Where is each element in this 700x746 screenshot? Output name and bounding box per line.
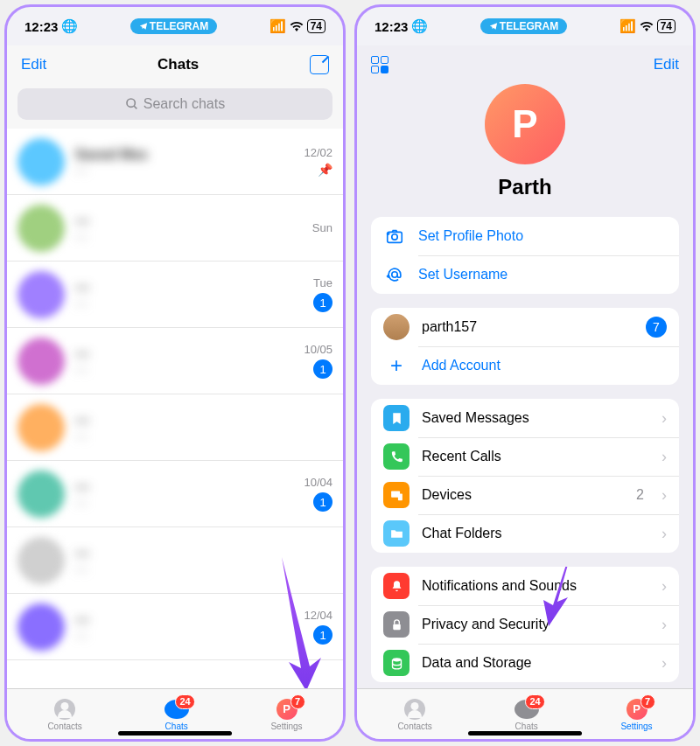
data-storage[interactable]: Data and Storage › [371, 644, 679, 682]
accounts-group: parth157 7 + Add Account [371, 308, 679, 385]
storage-icon [383, 650, 410, 676]
tab-chats[interactable]: 24 Chats [514, 698, 540, 731]
saved-messages[interactable]: Saved Messages › [371, 399, 679, 437]
home-indicator [118, 731, 232, 736]
general-group: Saved Messages › Recent Calls › Devices … [371, 399, 679, 553]
pin-icon: 📌 [318, 163, 332, 177]
edit-button[interactable]: Edit [654, 56, 679, 73]
status-time: 12:23 [374, 19, 408, 34]
camera-icon [383, 225, 406, 248]
at-icon [383, 263, 406, 286]
svg-line-1 [134, 106, 136, 108]
profile-name: Parth [498, 175, 551, 199]
chevron-right-icon: › [662, 616, 667, 634]
chevron-right-icon: › [662, 577, 667, 596]
search-input[interactable]: Search chats [18, 88, 332, 120]
compose-icon [310, 55, 329, 74]
svg-point-3 [392, 234, 397, 240]
settings-scroll[interactable]: P Parth Set Profile Photo Set Username p… [357, 84, 693, 688]
set-profile-photo[interactable]: Set Profile Photo [371, 217, 679, 255]
telegram-pill: TELEGRAM [480, 18, 567, 34]
signal-icon: 📶 [620, 18, 636, 34]
svg-point-12 [392, 658, 401, 661]
tab-chats[interactable]: 24 Chats [164, 698, 190, 731]
nav-bar: Edit [357, 45, 693, 84]
tab-contacts[interactable]: Contacts [47, 698, 81, 731]
recent-calls[interactable]: Recent Calls › [371, 437, 679, 476]
battery-icon: 74 [307, 19, 326, 33]
status-bar: 12:23 🌐 TELEGRAM 📶 74 [357, 7, 693, 45]
account-avatar-icon [383, 314, 410, 340]
globe-icon: 🌐 [411, 18, 428, 34]
annotation-arrow [542, 567, 590, 628]
devices-icon [383, 482, 410, 508]
chat-row[interactable]: —— 10/041 [7, 461, 343, 527]
add-account[interactable]: + Add Account [371, 346, 679, 385]
qr-button[interactable] [371, 56, 390, 73]
tab-settings[interactable]: P7 Settings [620, 698, 652, 731]
chat-row[interactable]: —— Sun [7, 195, 343, 261]
phone-icon [383, 443, 410, 470]
chat-list[interactable]: Saved Mes— 12/02📌 —— Sun —— Tue1 —— 10/0… [7, 129, 343, 688]
account-row[interactable]: parth157 7 [371, 308, 679, 346]
tab-contacts[interactable]: Contacts [397, 698, 431, 731]
chevron-right-icon: › [662, 448, 667, 466]
folder-icon [383, 520, 410, 547]
chat-row[interactable]: —— Tue1 [7, 261, 343, 328]
phone-chats: 12:23 🌐 TELEGRAM 📶 74 Edit Chats Search … [4, 4, 346, 742]
signal-icon: 📶 [270, 18, 286, 34]
home-indicator [468, 731, 582, 736]
chevron-right-icon: › [662, 654, 667, 673]
chevron-right-icon: › [662, 486, 667, 505]
set-username[interactable]: Set Username [371, 255, 679, 294]
privacy-security[interactable]: Privacy and Security › [371, 605, 679, 644]
edit-button[interactable]: Edit [21, 56, 46, 73]
chat-row[interactable]: —— 10/051 [7, 328, 343, 394]
nav-bar: Edit Chats [7, 45, 343, 84]
tab-settings[interactable]: P7 Settings [270, 698, 302, 731]
plus-icon: + [383, 353, 410, 378]
wifi-icon [290, 19, 304, 34]
prefs-group: Notifications and Sounds › Privacy and S… [371, 567, 679, 682]
battery-icon: 74 [657, 19, 676, 33]
chevron-right-icon: › [662, 409, 667, 428]
search-icon [125, 97, 139, 111]
notifications-sounds[interactable]: Notifications and Sounds › [371, 567, 679, 605]
profile-actions-group: Set Profile Photo Set Username [371, 217, 679, 294]
chat-folders[interactable]: Chat Folders › [371, 514, 679, 553]
annotation-arrow [273, 553, 326, 688]
account-badge: 7 [646, 317, 667, 338]
bell-icon [383, 573, 410, 599]
status-time: 12:23 [24, 19, 58, 34]
svg-point-0 [127, 99, 135, 107]
contacts-icon [54, 699, 75, 720]
page-title: Chats [158, 56, 199, 73]
telegram-pill: TELEGRAM [130, 18, 217, 34]
lock-icon [383, 611, 410, 638]
svg-point-6 [392, 272, 397, 277]
chat-row[interactable]: Saved Mes— 12/02📌 [7, 129, 343, 195]
globe-icon: 🌐 [61, 18, 78, 34]
wifi-icon [640, 19, 654, 34]
status-bar: 12:23 🌐 TELEGRAM 📶 74 [7, 7, 343, 45]
svg-rect-10 [397, 493, 402, 500]
chevron-right-icon: › [662, 525, 667, 543]
devices[interactable]: Devices 2 › [371, 476, 679, 514]
phone-settings: 12:23 🌐 TELEGRAM 📶 74 Edit P Parth Set P… [354, 4, 696, 742]
chat-row[interactable]: —— [7, 394, 343, 461]
profile-header: P Parth [371, 84, 679, 217]
search-container: Search chats [7, 84, 343, 129]
svg-rect-11 [393, 624, 401, 629]
profile-avatar[interactable]: P [485, 84, 565, 164]
compose-button[interactable] [310, 55, 329, 74]
bookmark-icon [383, 405, 410, 431]
contacts-icon [404, 699, 425, 720]
